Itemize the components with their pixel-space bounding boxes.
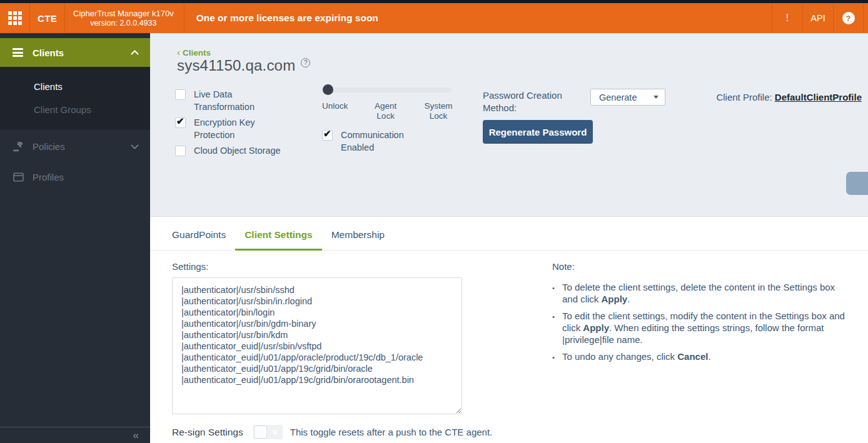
settings-label: Settings: bbox=[172, 261, 462, 272]
slider-label-system-lock: System Lock bbox=[423, 101, 453, 121]
right-edge-handle[interactable] bbox=[846, 172, 868, 195]
client-profile-row: Client Profile: DefaultClientProfile bbox=[716, 92, 862, 102]
sidebar-item-profiles[interactable]: Profiles bbox=[0, 163, 150, 191]
checkbox-row-cloud-object-storage: Cloud Object Storage bbox=[175, 144, 294, 157]
grid-icon bbox=[8, 11, 22, 25]
regenerate-password-button[interactable]: Regenerate Password bbox=[483, 120, 593, 144]
password-method-select[interactable]: Generate bbox=[590, 89, 665, 106]
dropdown-caret-icon bbox=[654, 96, 659, 99]
sidebar-submenu: Clients Client Groups bbox=[0, 67, 150, 130]
bullet-icon: • bbox=[552, 351, 562, 364]
clients-list-icon bbox=[13, 47, 23, 59]
version-info: CipherTrust Manager k170v version: 2.0.0… bbox=[65, 3, 184, 33]
note-bullet: • To delete the client settings, delete … bbox=[552, 281, 845, 305]
lock-slider: Unlock Agent Lock System Lock bbox=[322, 87, 453, 121]
communication-enabled-checkbox[interactable] bbox=[322, 130, 333, 141]
settings-textarea[interactable]: |authenticator|/usr/sbin/sshd |authentic… bbox=[172, 277, 462, 414]
gavel-icon bbox=[13, 142, 24, 152]
app-header: CTE CipherTrust Manager k170v version: 2… bbox=[0, 3, 868, 33]
api-button[interactable]: API bbox=[802, 3, 833, 33]
resign-settings-description: This toggle resets after a push to the C… bbox=[290, 427, 493, 437]
sidebar-item-policies[interactable]: Policies bbox=[0, 132, 150, 161]
resign-settings-toggle[interactable]: × bbox=[253, 425, 283, 439]
slider-label-agent-lock: Agent Lock bbox=[371, 101, 401, 121]
sidebar: Clients Clients Client Groups Policies bbox=[0, 33, 150, 443]
toggle-knob bbox=[254, 426, 267, 439]
bullet-icon: • bbox=[552, 281, 562, 305]
password-creation-method-label: Password Creation Method: bbox=[483, 89, 570, 114]
checkbox-row-communication-enabled: Communication Enabled bbox=[322, 129, 422, 154]
tab-guardpoints[interactable]: GuardPoints bbox=[163, 229, 235, 251]
alert-icon: ! bbox=[785, 12, 789, 24]
breadcrumb[interactable]: ‹Clients bbox=[177, 47, 211, 57]
note-heading: Note: bbox=[552, 261, 845, 272]
live-data-transformation-checkbox[interactable] bbox=[175, 89, 186, 100]
client-detail-panel: GuardPoints Client Settings Membership S… bbox=[150, 217, 868, 443]
product-abbr: CTE bbox=[30, 3, 65, 33]
title-help-icon[interactable]: ? bbox=[301, 58, 310, 67]
sidebar-footer: « bbox=[0, 427, 150, 443]
cloud-object-storage-checkbox[interactable] bbox=[175, 146, 186, 156]
lock-slider-knob[interactable] bbox=[323, 84, 333, 95]
lock-slider-track[interactable] bbox=[322, 87, 452, 92]
sidebar-group-clients[interactable]: Clients bbox=[0, 38, 150, 67]
profiles-icon bbox=[13, 172, 24, 182]
sidebar-item-client-groups[interactable]: Client Groups bbox=[0, 98, 150, 121]
checkbox-row-live-data-transformation: Live Data Transformation bbox=[175, 88, 294, 113]
resign-settings-row: Re-sign Settings × This toggle resets af… bbox=[172, 425, 868, 439]
toggle-off-icon: × bbox=[268, 425, 283, 439]
sidebar-item-clients[interactable]: Clients bbox=[0, 75, 150, 98]
collapse-sidebar-button[interactable]: « bbox=[133, 430, 139, 441]
checkbox-row-encryption-key-protection: Encryption Key Protection bbox=[175, 116, 294, 141]
client-summary-panel: ‹Clients sys41150.qa.com ? Live Data Tra… bbox=[150, 33, 868, 217]
license-warning-banner[interactable]: One or more licenses are expiring soon bbox=[196, 3, 378, 33]
note-bullet: • To edit the client settings, modify th… bbox=[552, 310, 845, 346]
feature-checkbox-group: Live Data Transformation Encryption Key … bbox=[175, 88, 294, 160]
page: CTE CipherTrust Manager k170v version: 2… bbox=[0, 0, 868, 443]
breadcrumb-back-icon: ‹ bbox=[177, 47, 180, 57]
slider-label-unlock: Unlock bbox=[322, 101, 348, 121]
tab-client-settings[interactable]: Client Settings bbox=[235, 229, 322, 251]
client-profile-link[interactable]: DefaultClientProfile bbox=[775, 92, 862, 102]
tab-membership[interactable]: Membership bbox=[322, 229, 394, 251]
bullet-icon: • bbox=[552, 310, 562, 346]
page-title: sys41150.qa.com bbox=[177, 57, 295, 74]
note-panel: Note: • To delete the client settings, d… bbox=[552, 261, 845, 417]
help-icon: ? bbox=[842, 12, 855, 24]
chevron-up-icon bbox=[131, 50, 139, 55]
note-bullet: • To undo any changes, click Cancel. bbox=[552, 351, 845, 364]
main-content: ‹Clients sys41150.qa.com ? Live Data Tra… bbox=[150, 33, 868, 443]
encryption-key-protection-checkbox[interactable] bbox=[175, 117, 186, 128]
help-button[interactable]: ? bbox=[833, 3, 864, 33]
resign-settings-label: Re-sign Settings bbox=[172, 427, 243, 438]
chevron-down-icon bbox=[131, 144, 139, 149]
app-switcher-button[interactable] bbox=[0, 3, 30, 33]
alert-button[interactable]: ! bbox=[772, 3, 802, 33]
product-name: CipherTrust Manager k170v bbox=[73, 9, 174, 19]
version-number: version: 2.0.0.4933 bbox=[90, 19, 156, 28]
tab-bar: GuardPoints Client Settings Membership bbox=[150, 217, 868, 251]
